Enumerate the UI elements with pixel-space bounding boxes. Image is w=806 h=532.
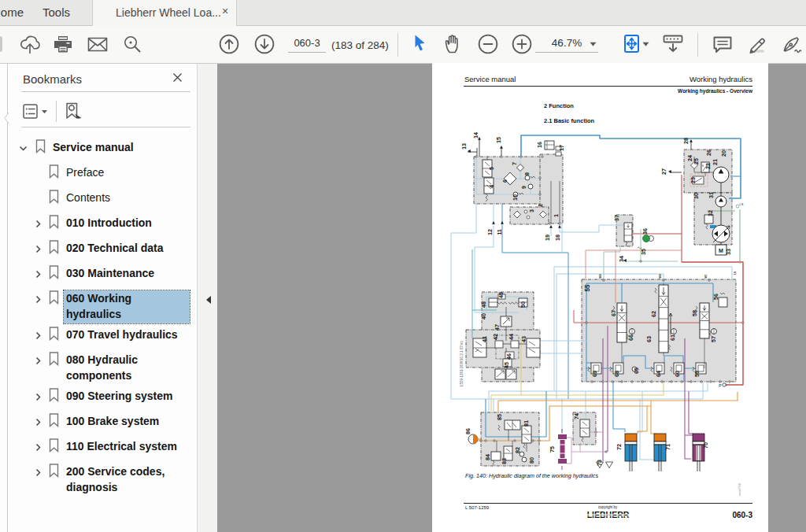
save-sliver-icon[interactable] (0, 35, 8, 54)
svg-text:27: 27 (660, 168, 667, 175)
svg-text:81: 81 (523, 420, 530, 427)
divider (21, 91, 190, 92)
svg-text:P: P (719, 383, 722, 388)
bookmark-label[interactable]: 080 Hydraulic components (66, 353, 186, 383)
bookmark-label[interactable]: Contents (66, 190, 110, 206)
cloud-upload-icon[interactable] (18, 34, 42, 54)
chevron-right-icon[interactable] (34, 293, 43, 307)
svg-text:26: 26 (705, 150, 712, 156)
svg-text:M: M (719, 248, 723, 253)
page-number-input[interactable]: 060-3 (288, 37, 326, 53)
hand-tool-icon[interactable] (443, 34, 462, 54)
chevron-right-icon[interactable] (34, 441, 43, 455)
svg-text:56: 56 (712, 294, 719, 300)
hydraulic-diagram: 1314151617576891042311211191828262024252… (432, 63, 768, 532)
svg-text:67: 67 (610, 310, 617, 316)
svg-text:41: 41 (481, 336, 488, 342)
bookmark-label[interactable]: 100 Brake system (66, 414, 159, 430)
svg-text:31: 31 (708, 192, 715, 198)
footer-doc-number: L 507-1259 (465, 505, 489, 510)
svg-text:6: 6 (501, 179, 508, 183)
fit-caret-icon[interactable] (642, 42, 650, 47)
zoom-in-icon[interactable] (511, 33, 533, 55)
svg-text:20: 20 (720, 150, 727, 157)
bookmarks-close-icon[interactable] (172, 72, 183, 86)
svg-text:13: 13 (460, 143, 468, 150)
svg-text:60: 60 (674, 371, 681, 377)
chevron-down-icon[interactable] (19, 142, 28, 156)
bookmark-label[interactable]: Preface (66, 165, 104, 181)
next-page-icon[interactable] (253, 33, 275, 55)
chevron-right-icon[interactable] (34, 390, 43, 405)
svg-text:46: 46 (505, 353, 512, 360)
bookmark-label[interactable]: Service manual (53, 140, 134, 156)
svg-text:2: 2 (537, 204, 544, 207)
chevron-right-icon[interactable] (34, 354, 43, 368)
sign-icon[interactable] (782, 34, 804, 54)
svg-text:LS: LS (740, 202, 744, 206)
bookmark-icon (35, 139, 46, 157)
svg-text:80: 80 (528, 457, 535, 464)
svg-text:1: 1 (553, 214, 560, 217)
bookmark-label[interactable]: 020 Technical data (66, 241, 163, 257)
svg-text:LS: LS (734, 272, 737, 275)
bookmark-label[interactable]: 200 Service codes, diagnosis (66, 464, 186, 495)
pdf-page: Service manual Working hydraulics Workin… (432, 63, 768, 532)
chevron-right-icon[interactable] (34, 329, 43, 343)
chevron-right-icon[interactable] (34, 217, 43, 231)
document-tab[interactable]: Liebherr Wheel Loa... × (92, 0, 237, 26)
bookmark-label[interactable]: 110 Electrical system (66, 439, 177, 455)
logo-stripe (586, 515, 630, 516)
previous-page-icon[interactable] (218, 33, 240, 55)
bookmark-label[interactable]: 070 Travel hydraulics (66, 327, 178, 343)
svg-text:43: 43 (520, 336, 527, 342)
search-zoom-icon[interactable] (122, 34, 142, 54)
svg-text:10: 10 (512, 194, 519, 201)
toolbar-separator (697, 33, 698, 57)
svg-text:62: 62 (650, 311, 657, 317)
bookmark-icon (49, 413, 59, 430)
document-area: Service manual Working hydraulics Workin… (217, 64, 806, 532)
bookmark-label[interactable]: 060 Working hydraulics (64, 290, 190, 323)
print-icon[interactable] (53, 35, 73, 54)
add-bookmark-icon[interactable] (65, 102, 83, 125)
select-tool-icon[interactable] (412, 34, 427, 53)
page-display-icon[interactable] (662, 34, 684, 54)
bookmarks-title: Bookmarks (23, 72, 82, 86)
comment-icon[interactable] (712, 35, 733, 54)
svg-text:65: 65 (633, 368, 640, 374)
svg-text:V60: V60 (659, 274, 662, 279)
chevron-right-icon[interactable] (34, 268, 43, 282)
chevron-right-icon[interactable] (34, 416, 43, 430)
panel-splitter[interactable] (197, 64, 217, 532)
bookmark-icon (49, 464, 59, 481)
svg-text:68: 68 (613, 371, 620, 377)
fit-page-icon[interactable] (623, 34, 641, 54)
email-icon[interactable] (87, 37, 108, 52)
bookmark-label[interactable]: 090 Steering system (66, 389, 172, 405)
svg-text:82: 82 (514, 447, 521, 453)
bookmark-options-icon[interactable] (23, 104, 48, 123)
tab-tools[interactable]: Tools (43, 6, 70, 19)
nav-rail[interactable] (0, 64, 8, 532)
chevron-right-icon[interactable] (34, 242, 43, 257)
svg-text:34: 34 (618, 256, 625, 262)
svg-text:14: 14 (472, 132, 479, 139)
collapse-panel-icon[interactable] (206, 296, 211, 304)
highlight-icon[interactable] (748, 34, 768, 54)
tab-home[interactable]: Home (0, 6, 24, 19)
tab-close-icon[interactable]: × (222, 5, 228, 17)
svg-text:12: 12 (486, 229, 494, 235)
svg-text:9: 9 (520, 186, 527, 189)
svg-text:59: 59 (693, 371, 701, 377)
bookmark-label[interactable]: 010 Introduction (66, 216, 152, 231)
zoom-level-input[interactable]: 46.7% (535, 37, 598, 53)
chevron-right-icon[interactable] (34, 466, 43, 480)
svg-text:55: 55 (584, 284, 591, 292)
svg-text:35: 35 (640, 249, 647, 255)
svg-text:serv/709: serv/709 (738, 482, 741, 496)
svg-text:44: 44 (508, 334, 515, 340)
zoom-out-icon[interactable] (477, 33, 499, 55)
bookmark-label[interactable]: 030 Maintenance (66, 266, 154, 282)
toolbar-separator (397, 33, 398, 57)
